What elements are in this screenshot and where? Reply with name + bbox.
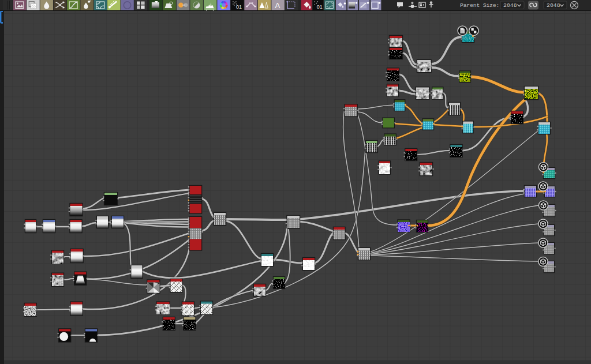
svg-text:01: 01 [236,4,242,10]
svg-text:2048: 2048 [547,2,560,9]
svg-text:Parent Size:: Parent Size: [460,2,499,9]
svg-text:01: 01 [317,4,323,10]
svg-text:A: A [275,1,280,10]
svg-text:2048: 2048 [503,2,517,9]
